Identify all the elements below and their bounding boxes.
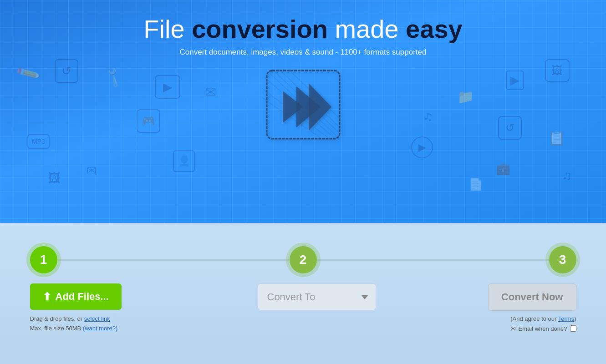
step-line-2 <box>317 259 549 261</box>
play-left-icon: ▶ <box>155 75 180 99</box>
title-bold-easy: easy <box>406 15 463 43</box>
image-left-icon: 🖼 <box>48 171 61 186</box>
image-right-icon: 🖼 <box>545 59 570 82</box>
film-icon: ▶ <box>506 71 524 90</box>
add-files-label: Add Files... <box>56 291 109 303</box>
step-2-circle: 2 <box>290 246 317 273</box>
folder-icon: 📁 <box>457 89 474 105</box>
copy-docs-icon: 📄 <box>469 177 483 192</box>
want-more-link[interactable]: (want more?) <box>83 325 118 332</box>
convert-to-select[interactable]: Convert To PDF JPG PNG MP4 MP3 DOCX <box>258 283 376 310</box>
add-files-section: ⬆ Add Files... Drag & drop files, or sel… <box>30 283 176 334</box>
controls-row: ⬆ Add Files... Drag & drop files, or sel… <box>30 283 576 334</box>
agree-end: ) <box>574 315 576 322</box>
game-icon: 🎮 <box>137 109 160 133</box>
agree-prefix: (And agree to our <box>510 315 558 322</box>
drag-hint-text: Drag & drop files, or <box>30 315 84 322</box>
convert-to-section: Convert To PDF JPG PNG MP4 MP3 DOCX <box>176 283 440 310</box>
steps-row: 1 2 3 <box>30 246 576 273</box>
step-3-circle: 3 <box>549 246 576 273</box>
hero-center-icon <box>258 66 349 148</box>
terms-link[interactable]: Terms <box>558 315 574 322</box>
mp3-icon: MP3 <box>27 134 50 149</box>
mail-bottom-left-icon: ✉ <box>87 164 97 178</box>
step-1-circle: 1 <box>30 246 57 273</box>
email-when-done-row: ✉ Email when done? <box>510 325 576 332</box>
play-circle-icon: ▶ <box>411 136 433 158</box>
email-icon: ✉ <box>510 325 516 332</box>
max-size-text: Max. file size 50MB <box>30 325 83 332</box>
music-bottom-right-icon: ♫ <box>562 168 572 183</box>
add-files-button[interactable]: ⬆ Add Files... <box>30 283 122 310</box>
upload-icon: ⬆ <box>43 291 51 303</box>
file-hint: Drag & drop files, or select link Max. f… <box>30 314 118 334</box>
agree-text: (And agree to our Terms) <box>510 315 576 322</box>
briefcase-icon: 💼 <box>496 162 510 176</box>
convert-now-button[interactable]: Convert Now <box>488 283 576 311</box>
sync-right-icon: ↺ <box>498 116 522 140</box>
svg-marker-10 <box>309 83 331 131</box>
title-bold-conversion: conversion <box>192 15 328 43</box>
pencil-icon: ✏️ <box>15 60 42 87</box>
photo-icon: 👤 <box>173 150 195 172</box>
clipboard-icon: 📋 <box>548 130 565 146</box>
email-label: Email when done? <box>519 325 567 332</box>
convert-now-section: Convert Now (And agree to our Terms) ✉ E… <box>440 283 576 332</box>
email-checkbox[interactable] <box>570 325 576 332</box>
hero-subtitle: Convert documents, images, videos & soun… <box>180 48 427 57</box>
refresh-icon: ↺ <box>55 59 78 83</box>
select-link[interactable]: select link <box>84 315 110 322</box>
step-line-1 <box>57 259 290 261</box>
bottom-panel: 1 2 3 ⬆ Add Files... Drag & drop files, … <box>0 223 606 364</box>
hero-section: File conversion made easy Convert docume… <box>0 0 606 223</box>
music-right-icon: ♫ <box>423 109 433 124</box>
title-normal: File <box>143 15 192 43</box>
convert-now-label: Convert Now <box>501 291 563 303</box>
wrench-icon: 🔧 <box>102 65 126 89</box>
hero-title: File conversion made easy <box>143 14 462 44</box>
email-left-icon: ✉ <box>205 84 216 100</box>
title-normal2: made <box>328 15 406 43</box>
